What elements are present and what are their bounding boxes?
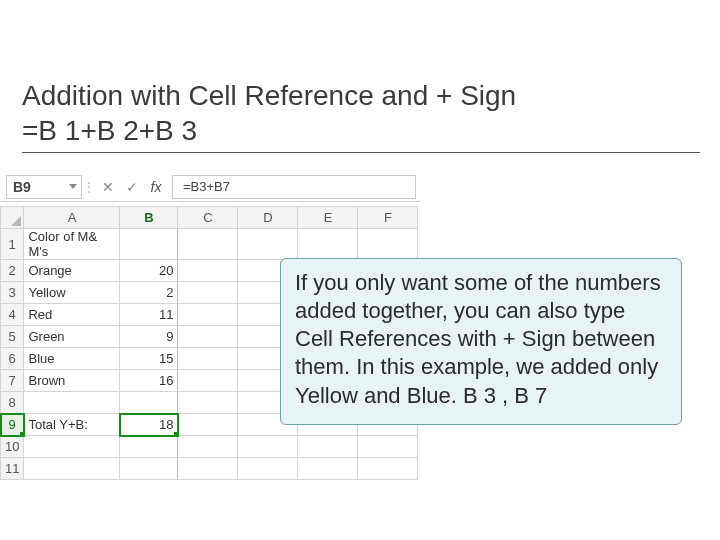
cell[interactable] — [120, 392, 178, 414]
cell-selected[interactable]: 18 — [120, 414, 178, 436]
title-line-2: =B 1+B 2+B 3 — [22, 113, 702, 148]
cell[interactable]: Blue — [24, 348, 120, 370]
cell[interactable] — [178, 229, 238, 260]
cell[interactable]: Yellow — [24, 282, 120, 304]
col-header-D[interactable]: D — [238, 207, 298, 229]
formula-input[interactable]: =B3+B7 — [172, 175, 416, 199]
chevron-down-icon — [69, 184, 77, 189]
cell[interactable] — [298, 229, 358, 260]
cell[interactable] — [178, 304, 238, 326]
cell[interactable]: 2 — [120, 282, 178, 304]
cell[interactable]: Green — [24, 326, 120, 348]
enter-icon[interactable]: ✓ — [120, 179, 144, 195]
row-header[interactable]: 8 — [1, 392, 24, 414]
col-header-B[interactable]: B — [120, 207, 178, 229]
row-header[interactable]: 7 — [1, 370, 24, 392]
col-header-F[interactable]: F — [358, 207, 418, 229]
cell[interactable] — [120, 436, 178, 458]
cell[interactable]: Color of M& M's — [24, 229, 120, 260]
cell[interactable] — [24, 436, 120, 458]
cell[interactable] — [178, 282, 238, 304]
title-underline — [22, 152, 700, 153]
cell[interactable]: Brown — [24, 370, 120, 392]
row-header[interactable]: 6 — [1, 348, 24, 370]
cell[interactable] — [358, 229, 418, 260]
cell[interactable] — [24, 458, 120, 480]
slide-title: Addition with Cell Reference and + Sign … — [22, 78, 702, 153]
row-header[interactable]: 3 — [1, 282, 24, 304]
col-header-C[interactable]: C — [178, 207, 238, 229]
formula-bar: B9 ⋮ ✕ ✓ fx =B3+B7 — [0, 172, 420, 202]
separator: ⋮ — [82, 179, 96, 195]
col-header-A[interactable]: A — [24, 207, 120, 229]
cell[interactable] — [24, 392, 120, 414]
cell[interactable] — [358, 458, 418, 480]
cancel-icon[interactable]: ✕ — [96, 179, 120, 195]
cell[interactable] — [238, 229, 298, 260]
cell[interactable] — [298, 436, 358, 458]
row-header[interactable]: 2 — [1, 260, 24, 282]
cell[interactable] — [178, 370, 238, 392]
cell[interactable] — [120, 458, 178, 480]
cell[interactable] — [178, 436, 238, 458]
name-box[interactable]: B9 — [6, 175, 82, 199]
row-header[interactable]: 11 — [1, 458, 24, 480]
row-header[interactable]: 9 — [1, 414, 24, 436]
cell[interactable] — [358, 436, 418, 458]
cell[interactable]: 11 — [120, 304, 178, 326]
row-header[interactable]: 4 — [1, 304, 24, 326]
title-line-1: Addition with Cell Reference and + Sign — [22, 78, 702, 113]
cell[interactable] — [238, 458, 298, 480]
cell[interactable]: 20 — [120, 260, 178, 282]
cell[interactable]: Orange — [24, 260, 120, 282]
cell[interactable] — [298, 458, 358, 480]
name-box-value: B9 — [13, 179, 31, 195]
col-header-E[interactable]: E — [298, 207, 358, 229]
fx-icon[interactable]: fx — [144, 179, 168, 195]
cell[interactable] — [178, 392, 238, 414]
cell[interactable]: 16 — [120, 370, 178, 392]
cell[interactable] — [178, 348, 238, 370]
cell[interactable] — [178, 458, 238, 480]
cell[interactable]: 15 — [120, 348, 178, 370]
cell[interactable] — [178, 260, 238, 282]
select-all-corner[interactable] — [1, 207, 24, 229]
row-header[interactable]: 5 — [1, 326, 24, 348]
formula-value: =B3+B7 — [183, 179, 230, 194]
cell[interactable] — [120, 229, 178, 260]
cell[interactable] — [238, 436, 298, 458]
explanation-callout: If you only want some of the numbers add… — [280, 258, 682, 425]
cell[interactable]: 9 — [120, 326, 178, 348]
cell[interactable]: Total Y+B: — [24, 414, 120, 436]
row-header[interactable]: 10 — [1, 436, 24, 458]
cell[interactable]: Red — [24, 304, 120, 326]
cell[interactable] — [178, 326, 238, 348]
cell[interactable] — [178, 414, 238, 436]
row-header[interactable]: 1 — [1, 229, 24, 260]
